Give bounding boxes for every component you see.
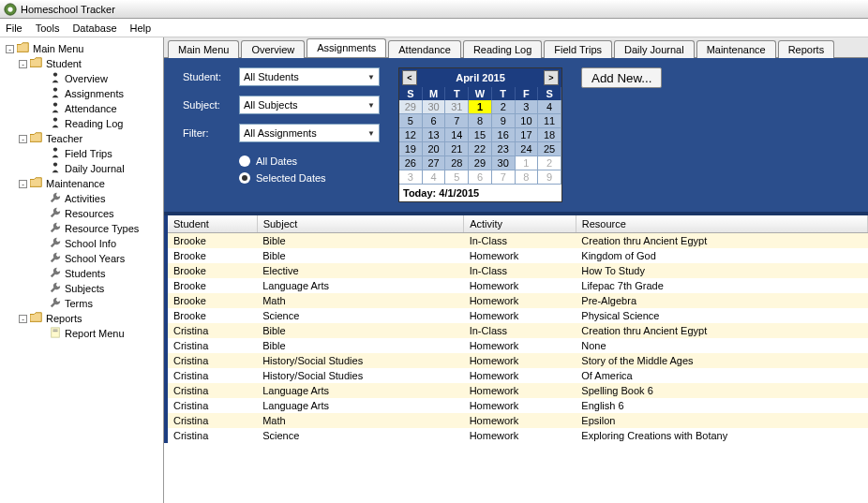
table-row[interactable]: CristinaLanguage ArtsHomeworkEnglish 6	[166, 398, 868, 413]
tree-item-maintenance[interactable]: -Maintenance	[2, 176, 161, 191]
tree-item-reports[interactable]: -Reports	[2, 311, 161, 326]
calendar-day[interactable]: 23	[492, 142, 516, 156]
calendar-day[interactable]: 15	[469, 128, 492, 142]
add-new-button[interactable]: Add New...	[581, 67, 662, 88]
tree-expander-icon[interactable]: -	[19, 180, 27, 188]
calendar-day[interactable]: 4	[423, 170, 446, 185]
tree-expander-icon[interactable]: -	[19, 60, 27, 68]
tree-item-resource-types[interactable]: Resource Types	[2, 221, 161, 236]
calendar-day[interactable]: 5	[445, 170, 469, 185]
calendar-day[interactable]: 14	[445, 128, 469, 142]
calendar-day[interactable]: 18	[538, 128, 561, 142]
tab-attendance[interactable]: Attendance	[388, 40, 461, 58]
table-row[interactable]: BrookeBibleIn-ClassCreation thru Ancient…	[166, 233, 868, 249]
calendar-day[interactable]: 7	[492, 170, 516, 185]
calendar-day[interactable]: 9	[538, 170, 561, 185]
table-row[interactable]: BrookeBibleHomeworkKingdom of God	[166, 248, 868, 263]
table-row[interactable]: CristinaLanguage ArtsHomeworkSpelling Bo…	[166, 383, 868, 398]
calendar-day[interactable]: 5	[399, 114, 423, 128]
filter-combo[interactable]: All Assignments ▼	[239, 124, 380, 142]
calendar-day[interactable]: 28	[445, 156, 469, 170]
calendar-day[interactable]: 22	[469, 142, 492, 156]
tree-item-report-menu[interactable]: Report Menu	[2, 326, 161, 341]
calendar-day[interactable]: 11	[538, 114, 561, 128]
calendar-day[interactable]: 25	[538, 142, 561, 156]
tree-item-resources[interactable]: Resources	[2, 206, 161, 221]
calendar-day[interactable]: 17	[516, 128, 539, 142]
calendar-day[interactable]: 16	[492, 128, 516, 142]
tree-item-subjects[interactable]: Subjects	[2, 281, 161, 296]
tree-item-overview[interactable]: Overview	[2, 71, 161, 86]
tree-item-activities[interactable]: Activities	[2, 191, 161, 206]
calendar-day[interactable]: 24	[516, 142, 539, 156]
column-header-activity[interactable]: Activity	[464, 215, 576, 233]
calendar-day[interactable]: 12	[399, 128, 423, 142]
tree-item-students[interactable]: Students	[2, 266, 161, 281]
calendar-today-label[interactable]: Today: 4/1/2015	[399, 185, 561, 201]
table-row[interactable]: CristinaBibleIn-ClassCreation thru Ancie…	[166, 323, 868, 338]
menu-tools[interactable]: Tools	[36, 22, 60, 34]
tree-item-school-info[interactable]: School Info	[2, 236, 161, 251]
tab-field-trips[interactable]: Field Trips	[544, 40, 612, 58]
student-combo[interactable]: All Students ▼	[239, 67, 380, 86]
menu-help[interactable]: Help	[130, 22, 152, 34]
table-row[interactable]: BrookeElectiveIn-ClassHow To Study	[166, 263, 868, 278]
calendar-next-button[interactable]: >	[544, 70, 559, 85]
calendar-day[interactable]: 20	[423, 142, 446, 156]
calendar-day[interactable]: 1	[516, 156, 539, 170]
menu-file[interactable]: File	[6, 22, 22, 34]
tree-expander-icon[interactable]: -	[19, 315, 27, 323]
calendar-day[interactable]: 3	[399, 170, 423, 185]
subject-combo[interactable]: All Subjects ▼	[239, 96, 380, 114]
calendar-day[interactable]: 7	[445, 114, 469, 128]
calendar-day[interactable]: 3	[516, 100, 539, 114]
tab-maintenance[interactable]: Maintenance	[696, 40, 776, 58]
column-header-resource[interactable]: Resource	[576, 215, 867, 233]
calendar-day[interactable]: 2	[538, 156, 561, 170]
calendar-day[interactable]: 21	[445, 142, 469, 156]
table-row[interactable]: BrookeScienceHomeworkPhysical Science	[166, 308, 868, 323]
table-row[interactable]: BrookeLanguage ArtsHomeworkLifepac 7th G…	[166, 278, 868, 293]
calendar-day[interactable]: 31	[445, 100, 469, 114]
tree-item-teacher[interactable]: -Teacher	[2, 131, 161, 146]
calendar-day[interactable]: 1	[469, 100, 492, 114]
selected-dates-radio[interactable]	[239, 172, 250, 184]
table-row[interactable]: CristinaScienceHomeworkExploring Creatio…	[166, 428, 868, 443]
table-row[interactable]: CristinaHistory/Social StudiesHomeworkSt…	[166, 353, 868, 368]
calendar-day[interactable]: 13	[423, 128, 446, 142]
tree-expander-icon[interactable]: -	[6, 45, 14, 53]
calendar-day[interactable]: 9	[492, 114, 516, 128]
calendar-day[interactable]: 8	[469, 114, 492, 128]
tree-item-assignments[interactable]: Assignments	[2, 86, 161, 101]
tab-assignments[interactable]: Assignments	[307, 38, 386, 57]
calendar-day[interactable]: 27	[423, 156, 446, 170]
column-header-student[interactable]: Student	[166, 215, 257, 233]
calendar-day[interactable]: 29	[399, 100, 423, 114]
tree-item-reading-log[interactable]: Reading Log	[2, 116, 161, 131]
calendar-day[interactable]: 30	[423, 100, 446, 114]
tree-item-terms[interactable]: Terms	[2, 296, 161, 311]
tree-item-attendance[interactable]: Attendance	[2, 101, 161, 116]
table-row[interactable]: CristinaBibleHomeworkNone	[166, 338, 868, 353]
column-header-subject[interactable]: Subject	[257, 215, 464, 233]
tree-item-main-menu[interactable]: -Main Menu	[2, 41, 161, 56]
calendar-day[interactable]: 10	[516, 114, 539, 128]
tab-main-menu[interactable]: Main Menu	[168, 40, 239, 58]
calendar-day[interactable]: 29	[469, 156, 492, 170]
tree-item-student[interactable]: -Student	[2, 56, 161, 71]
tree-item-field-trips[interactable]: Field Trips	[2, 146, 161, 161]
calendar-day[interactable]: 26	[399, 156, 423, 170]
table-row[interactable]: CristinaHistory/Social StudiesHomeworkOf…	[166, 368, 868, 383]
tab-reports[interactable]: Reports	[778, 40, 835, 58]
table-row[interactable]: CristinaMathHomeworkEpsilon	[166, 413, 868, 428]
calendar-day[interactable]: 8	[516, 170, 539, 185]
calendar-day[interactable]: 6	[469, 170, 492, 185]
tab-daily-journal[interactable]: Daily Journal	[614, 40, 695, 58]
calendar-prev-button[interactable]: <	[402, 70, 417, 85]
calendar-day[interactable]: 6	[423, 114, 446, 128]
calendar-day[interactable]: 2	[492, 100, 516, 114]
menu-database[interactable]: Database	[72, 22, 116, 34]
calendar-day[interactable]: 30	[492, 156, 516, 170]
table-row[interactable]: BrookeMathHomeworkPre-Algebra	[166, 293, 868, 308]
tree-expander-icon[interactable]: -	[19, 135, 27, 143]
